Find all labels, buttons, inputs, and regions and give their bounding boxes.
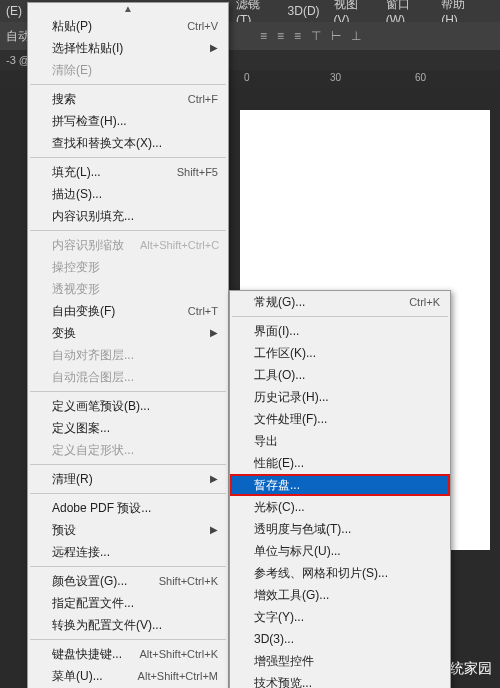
menu-item-label: 自动对齐图层...: [52, 346, 134, 364]
menu-item-label: 透明度与色域(T)...: [254, 520, 351, 538]
align-top-icon[interactable]: ⊤: [311, 29, 321, 43]
align-right-icon[interactable]: ≡: [294, 29, 301, 43]
menu-item-label: 选择性粘贴(I): [52, 39, 123, 57]
menu-define-shape: 定义自定形状...: [28, 439, 228, 461]
menubar-3d[interactable]: 3D(D): [288, 4, 320, 18]
menu-paste[interactable]: 粘贴(P) Ctrl+V: [28, 15, 228, 37]
pref-performance[interactable]: 性能(E)...: [230, 452, 450, 474]
pref-scratch-disks[interactable]: 暂存盘...: [230, 474, 450, 496]
pref-tools[interactable]: 工具(O)...: [230, 364, 450, 386]
align-center-icon[interactable]: ≡: [277, 29, 284, 43]
menu-paste-special[interactable]: 选择性粘贴(I) ▶: [28, 37, 228, 59]
preferences-submenu: 常规(G)... Ctrl+K 界面(I)... 工作区(K)... 工具(O)…: [229, 290, 451, 688]
menu-item-label: 内容识别填充...: [52, 207, 134, 225]
menu-keyboard-shortcuts[interactable]: 键盘快捷键... Alt+Shift+Ctrl+K: [28, 643, 228, 665]
shortcut-label: Alt+Shift+Ctrl+K: [139, 645, 218, 663]
menu-transform[interactable]: 变换 ▶: [28, 322, 228, 344]
menu-purge[interactable]: 清理(R) ▶: [28, 468, 228, 490]
menu-item-label: 颜色设置(G)...: [52, 572, 127, 590]
pref-type[interactable]: 文字(Y)...: [230, 606, 450, 628]
menu-item-label: 变换: [52, 324, 76, 342]
separator: [30, 566, 226, 567]
menu-item-label: 定义自定形状...: [52, 441, 134, 459]
menu-search[interactable]: 搜索 Ctrl+F: [28, 88, 228, 110]
menu-assign-profile[interactable]: 指定配置文件...: [28, 592, 228, 614]
pref-interface[interactable]: 界面(I)...: [230, 320, 450, 342]
menu-color-settings[interactable]: 颜色设置(G)... Shift+Ctrl+K: [28, 570, 228, 592]
menu-adobe-pdf[interactable]: Adobe PDF 预设...: [28, 497, 228, 519]
pref-history-log[interactable]: 历史记录(H)...: [230, 386, 450, 408]
menu-menus[interactable]: 菜单(U)... Alt+Shift+Ctrl+M: [28, 665, 228, 687]
photoshop-window: (E) 滤镜(T) 3D(D) 视图(V) 窗口(W) 帮助(H) 自动 ≡ ≡…: [0, 0, 500, 688]
ruler-tick: 0: [244, 72, 250, 83]
align-icons: ≡ ≡ ≡ ⊤ ⊢ ⊥: [260, 29, 361, 43]
menu-item-label: 操控变形: [52, 258, 100, 276]
pref-units[interactable]: 单位与标尺(U)...: [230, 540, 450, 562]
menu-item-label: 性能(E)...: [254, 454, 304, 472]
menu-content-aware-scale: 内容识别缩放 Alt+Shift+Ctrl+C: [28, 234, 228, 256]
pref-guides[interactable]: 参考线、网格和切片(S)...: [230, 562, 450, 584]
pref-general[interactable]: 常规(G)... Ctrl+K: [230, 291, 450, 313]
menu-item-label: 参考线、网格和切片(S)...: [254, 564, 388, 582]
ruler-tick: 60: [415, 72, 426, 83]
pref-plugins[interactable]: 增效工具(G)...: [230, 584, 450, 606]
menu-item-label: 光标(C)...: [254, 498, 305, 516]
pref-export[interactable]: 导出: [230, 430, 450, 452]
menu-content-aware-fill[interactable]: 内容识别填充...: [28, 205, 228, 227]
menu-item-label: Adobe PDF 预设...: [52, 499, 151, 517]
menu-item-label: 指定配置文件...: [52, 594, 134, 612]
menu-item-label: 清除(E): [52, 61, 92, 79]
align-left-icon[interactable]: ≡: [260, 29, 267, 43]
menu-item-label: 自由变换(F): [52, 302, 115, 320]
menu-item-label: 文字(Y)...: [254, 608, 304, 626]
menu-item-label: 键盘快捷键...: [52, 645, 122, 663]
separator: [30, 157, 226, 158]
align-middle-icon[interactable]: ⊢: [331, 29, 341, 43]
shortcut-label: Ctrl+T: [188, 302, 218, 320]
menu-scroll-up-icon[interactable]: ▲: [28, 3, 228, 15]
pref-enhanced[interactable]: 增强型控件: [230, 650, 450, 672]
separator: [30, 639, 226, 640]
menu-define-brush[interactable]: 定义画笔预设(B)...: [28, 395, 228, 417]
pref-workspace[interactable]: 工作区(K)...: [230, 342, 450, 364]
menu-item-label: 工具(O)...: [254, 366, 305, 384]
pref-tech-preview[interactable]: 技术预览...: [230, 672, 450, 688]
pref-transparency[interactable]: 透明度与色域(T)...: [230, 518, 450, 540]
menu-item-label: 定义画笔预设(B)...: [52, 397, 150, 415]
pref-cursors[interactable]: 光标(C)...: [230, 496, 450, 518]
menubar-edit[interactable]: (E): [6, 4, 22, 18]
menu-convert-profile[interactable]: 转换为配置文件(V)...: [28, 614, 228, 636]
shortcut-label: Alt+Shift+Ctrl+M: [138, 667, 218, 685]
menu-find-replace[interactable]: 查找和替换文本(X)...: [28, 132, 228, 154]
separator: [30, 230, 226, 231]
menu-fill[interactable]: 填充(L)... Shift+F5: [28, 161, 228, 183]
menu-item-label: 导出: [254, 432, 278, 450]
submenu-arrow-icon: ▶: [210, 470, 218, 488]
menu-item-label: 定义图案...: [52, 419, 110, 437]
menu-define-pattern[interactable]: 定义图案...: [28, 417, 228, 439]
menu-item-label: 查找和替换文本(X)...: [52, 134, 162, 152]
menu-item-label: 暂存盘...: [254, 476, 300, 494]
menu-spellcheck[interactable]: 拼写检查(H)...: [28, 110, 228, 132]
menu-item-label: 透视变形: [52, 280, 100, 298]
menu-item-label: 转换为配置文件(V)...: [52, 616, 162, 634]
menu-stroke[interactable]: 描边(S)...: [28, 183, 228, 205]
menu-item-label: 常规(G)...: [254, 293, 305, 311]
menu-item-label: 界面(I)...: [254, 322, 299, 340]
separator: [30, 464, 226, 465]
separator: [232, 316, 448, 317]
pref-file-handling[interactable]: 文件处理(F)...: [230, 408, 450, 430]
menu-item-label: 内容识别缩放: [52, 236, 124, 254]
menu-item-label: 拼写检查(H)...: [52, 112, 127, 130]
menu-remote-connections[interactable]: 远程连接...: [28, 541, 228, 563]
separator: [30, 493, 226, 494]
menu-presets[interactable]: 预设 ▶: [28, 519, 228, 541]
menu-item-label: 自动混合图层...: [52, 368, 134, 386]
align-bottom-icon[interactable]: ⊥: [351, 29, 361, 43]
separator: [30, 391, 226, 392]
edit-menu: ▲ 粘贴(P) Ctrl+V 选择性粘贴(I) ▶ 清除(E) 搜索 Ctrl+…: [27, 2, 229, 688]
menu-item-label: 粘贴(P): [52, 17, 92, 35]
menu-item-label: 增效工具(G)...: [254, 586, 329, 604]
menu-free-transform[interactable]: 自由变换(F) Ctrl+T: [28, 300, 228, 322]
pref-3d[interactable]: 3D(3)...: [230, 628, 450, 650]
